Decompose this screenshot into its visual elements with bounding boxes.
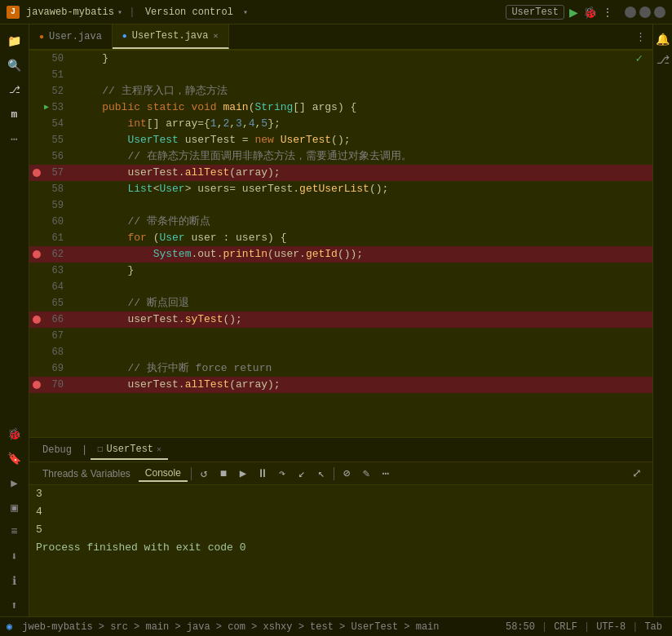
tab-bar: ● User.java ● UserTest.java ✕ ⋮ bbox=[29, 24, 652, 51]
line-number-58: 58 bbox=[29, 181, 70, 197]
debug-tab-close[interactable]: ✕ bbox=[157, 444, 161, 454]
right-icon-git-changes[interactable]: ⎇ bbox=[653, 50, 673, 70]
sidebar-icon-terminal[interactable]: ▣ bbox=[3, 496, 26, 519]
debug-tab-bar: Debug | ☐ UserTest ✕ bbox=[29, 438, 652, 462]
code-line-62: 62 System.out.println(user.getId()); bbox=[29, 246, 652, 263]
code-line-59: 59 bbox=[29, 197, 652, 214]
debug-expand-icon[interactable]: ⤢ bbox=[628, 465, 646, 483]
sidebar-icon-folder[interactable]: 📁 bbox=[3, 29, 26, 52]
debug-button[interactable]: 🐞 bbox=[583, 6, 597, 19]
line-number-67: 67 bbox=[29, 328, 70, 344]
sidebar-icon-more[interactable]: ⋯ bbox=[3, 127, 26, 150]
sidebar-icon-m[interactable]: m bbox=[3, 103, 26, 126]
debug-stepinto-icon[interactable]: ↙ bbox=[293, 465, 311, 483]
code-line-61: 61 for (User user : users) { bbox=[29, 230, 652, 246]
minimize-button[interactable] bbox=[625, 7, 636, 18]
code-editor[interactable]: 50 } 51 52 // 主程序入口，静态方法 ▶ 53 public s bbox=[29, 51, 652, 437]
indent[interactable]: Tab bbox=[641, 621, 665, 633]
debug-edit-icon[interactable]: ✎ bbox=[357, 465, 375, 483]
line-code-54: int[] array={1,2,3,4,5}; bbox=[70, 116, 652, 132]
line-number-64: 64 bbox=[29, 279, 70, 295]
sidebar-icon-list[interactable]: ≡ bbox=[3, 520, 26, 543]
tab-close-button[interactable]: ✕ bbox=[213, 31, 218, 41]
code-line-58: 58 List<User> users= userTest.getUserLis… bbox=[29, 181, 652, 197]
debug-threads-tab[interactable]: Threads & Variables bbox=[36, 466, 137, 481]
line-ending[interactable]: CRLF bbox=[550, 621, 581, 633]
line-code-68 bbox=[70, 344, 652, 360]
sidebar-icon-git[interactable]: ⎇ bbox=[3, 78, 26, 101]
vcs-button[interactable]: Version control bbox=[142, 5, 237, 20]
sidebar-icon-debug[interactable]: 🐞 bbox=[3, 422, 26, 445]
close-button[interactable] bbox=[654, 7, 665, 18]
encoding[interactable]: UTF-8 bbox=[593, 621, 629, 633]
code-line-56: 56 // 在静态方法里面调用非静态方法，需要通过对象去调用。 bbox=[29, 148, 652, 165]
line-code-59 bbox=[70, 197, 652, 214]
status-bar: ◉ jweb-mybatis > src > main > java > com… bbox=[0, 616, 672, 636]
sidebar-icon-info[interactable]: ℹ bbox=[3, 569, 26, 592]
line-code-66: userTest.syTest(); bbox=[70, 311, 652, 328]
breakpoint-dot-70 bbox=[33, 381, 41, 389]
code-line-57: 57 userTest.allTest(array); bbox=[29, 165, 652, 181]
line-number-60: 60 bbox=[29, 214, 70, 230]
tab-more-button[interactable]: ⋮ bbox=[629, 24, 652, 49]
maximize-button[interactable] bbox=[639, 7, 651, 18]
line-code-69: // 执行中断 force return bbox=[70, 360, 652, 377]
debug-run-tab[interactable]: ☐ UserTest ✕ bbox=[91, 439, 168, 460]
line-code-64 bbox=[70, 279, 652, 295]
debug-stepover-icon[interactable]: ↷ bbox=[273, 465, 291, 483]
run-area: UserTest ▶ 🐞 ⋮ bbox=[506, 5, 665, 20]
line-number-52: 52 bbox=[29, 83, 70, 99]
tab-usertest-java[interactable]: ● UserTest.java ✕ bbox=[113, 24, 229, 49]
debug-stop-icon[interactable]: ■ bbox=[214, 465, 232, 483]
toolbar-separator-2 bbox=[334, 467, 334, 480]
debug-restore-icon[interactable]: ↺ bbox=[195, 465, 213, 483]
line-number-69: 69 bbox=[29, 360, 70, 377]
console-line-2: 4 bbox=[36, 503, 646, 521]
run-config-label[interactable]: UserTest bbox=[506, 5, 564, 20]
line-number-54: 54 bbox=[29, 116, 70, 132]
tab-user-java[interactable]: ● User.java bbox=[29, 24, 113, 49]
line-code-65: // 断点回退 bbox=[70, 295, 652, 311]
title-bar: J javaweb-mybatis ▾ | Version control ▾ … bbox=[0, 0, 672, 24]
tab-icon-usertest: ● bbox=[122, 32, 127, 41]
debug-mute-icon[interactable]: ⊘ bbox=[338, 465, 356, 483]
line-number-57: 57 bbox=[29, 165, 70, 181]
line-number-61: 61 bbox=[29, 230, 70, 246]
line-code-50: } bbox=[70, 51, 652, 67]
debug-pause-icon[interactable]: ⏸ bbox=[254, 465, 272, 483]
code-line-65: 65 // 断点回退 bbox=[29, 295, 652, 311]
line-code-51 bbox=[70, 67, 652, 83]
sidebar-icon-bookmark[interactable]: 🔖 bbox=[3, 447, 26, 470]
sidebar-icon-bottom[interactable]: ⬆ bbox=[3, 594, 26, 616]
toolbar-separator bbox=[191, 467, 192, 480]
line-code-57: userTest.allTest(array); bbox=[70, 165, 652, 181]
debug-console-tab[interactable]: Console bbox=[139, 466, 188, 482]
code-line-66: 66 userTest.syTest(); bbox=[29, 311, 652, 328]
debug-resume-icon[interactable]: ▶ bbox=[234, 465, 252, 483]
debug-stepout-icon[interactable]: ↖ bbox=[312, 465, 330, 483]
debug-content[interactable]: 3 4 5 Process finished with exit code 0 bbox=[29, 485, 652, 616]
more-actions-button[interactable]: ⋮ bbox=[602, 6, 613, 19]
code-line-60: 60 // 带条件的断点 bbox=[29, 214, 652, 230]
code-line-55: 55 UserTest userTest = new UserTest(); bbox=[29, 132, 652, 148]
code-line-63: 63 } bbox=[29, 263, 652, 279]
line-code-53: public static void main(String[] args) { bbox=[70, 99, 652, 116]
console-process-line: Process finished with exit code 0 bbox=[36, 539, 646, 557]
debug-more-icon[interactable]: ⋯ bbox=[377, 465, 395, 483]
right-icon-notifications[interactable]: 🔔 bbox=[652, 29, 672, 50]
line-number-65: 65 bbox=[29, 295, 70, 311]
line-code-70: userTest.allTest(array); bbox=[70, 377, 652, 393]
sidebar-icon-search[interactable]: 🔍 bbox=[3, 54, 26, 77]
vcs-chevron-icon: ▾ bbox=[243, 7, 248, 17]
line-number-51: 51 bbox=[29, 67, 70, 83]
breadcrumb: jweb-mybatis > src > main > java > com >… bbox=[19, 621, 442, 633]
run-button[interactable]: ▶ bbox=[569, 6, 578, 19]
line-number-50: 50 bbox=[29, 51, 70, 67]
cursor-position[interactable]: 58:50 bbox=[502, 621, 538, 633]
line-number-70: 70 bbox=[29, 377, 70, 393]
breakpoint-dot-57 bbox=[33, 169, 41, 177]
sidebar-icon-run[interactable]: ▶ bbox=[3, 471, 26, 494]
line-number-59: 59 bbox=[29, 197, 70, 214]
debug-session-tab[interactable]: Debug bbox=[36, 441, 78, 459]
sidebar-icon-download[interactable]: ⬇ bbox=[3, 545, 26, 568]
